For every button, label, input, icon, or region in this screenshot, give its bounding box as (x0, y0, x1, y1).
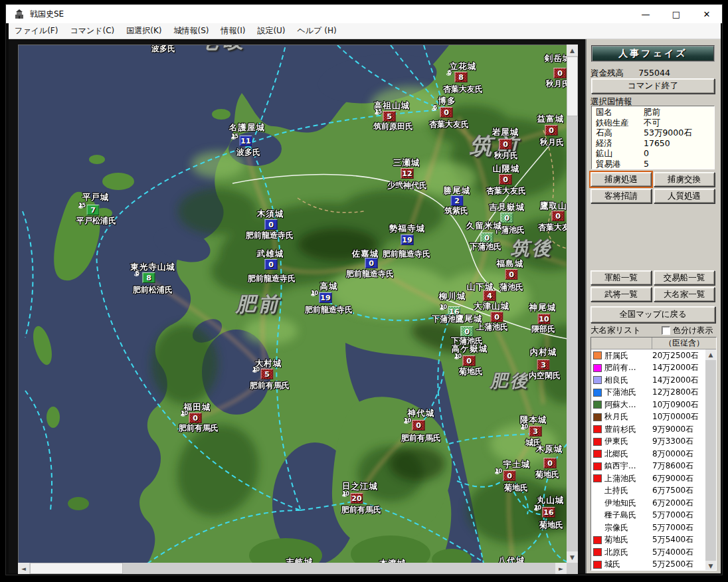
castle-garrison-badge[interactable]: 0 (463, 355, 476, 366)
menu-item-4[interactable]: 情報(I) (215, 23, 251, 39)
daimyo-row[interactable]: 下蒲池氏12万2800石 (591, 387, 716, 399)
map-viewport[interactable]: 筑前筑後肥前肥後壱岐立花城85杏葉大友氏博多05杏葉大友氏高祖山城515筑前原田… (18, 45, 567, 563)
daimyo-row[interactable]: 阿蘇大...10万0900石 (591, 399, 716, 411)
castle-clan-label: 菊地氏 (539, 520, 563, 531)
daimyo-row[interactable]: 上蒲池氏6万9000石 (591, 472, 716, 485)
castle-garrison-badge[interactable]: 0 (265, 259, 278, 270)
daimyo-row[interactable]: 伊東氏9万3300石 (591, 436, 716, 448)
daimyo-list-scrollbar[interactable]: ▲ ▼ (705, 349, 716, 571)
daimyo-list-button[interactable]: 大名家一覧 (654, 287, 715, 302)
castle-garrison-badge[interactable]: 19 (319, 292, 332, 303)
daimyo-color-swatch (593, 512, 602, 520)
daimyo-list[interactable]: （臣従含） 肝属氏20万2500石肥前有...14万2000石相良氏14万200… (591, 337, 717, 571)
daimyo-row[interactable]: 肥前有...14万2000石 (591, 362, 716, 375)
minimize-button[interactable]: — (630, 5, 661, 23)
prisoner-treatment-button[interactable]: 捕虜処遇 (591, 172, 652, 187)
prisoner-exchange-button[interactable]: 捕虜交換 (654, 172, 715, 187)
menu-item-0[interactable]: ファイル(F) (9, 23, 64, 39)
end-command-button[interactable]: コマンド終了 (591, 78, 715, 94)
daimyo-koku: 14万2000石 (652, 375, 699, 386)
castle-garrison-badge[interactable]: 0 (500, 174, 512, 185)
daimyo-row[interactable]: 肝属氏20万2500石 (591, 349, 716, 362)
back-to-national-map-button[interactable]: 全国マップに戻る (591, 306, 715, 323)
castle-garrison-badge[interactable]: 3 (537, 359, 550, 370)
daimyo-row[interactable]: 城氏5万2500石 (591, 559, 716, 571)
castle-garrison-badge[interactable]: 0 (554, 68, 567, 78)
hostage-treatment-button[interactable]: 人質処遇 (654, 189, 715, 203)
menu-item-5[interactable]: 設定(U) (251, 23, 291, 39)
vertical-scroll-thumb[interactable] (567, 56, 578, 116)
general-list-button[interactable]: 武将一覧 (591, 287, 652, 302)
daimyo-name: 下蒲池氏 (604, 387, 652, 398)
daimyo-row[interactable]: 北郷氏8万0000石 (591, 448, 716, 460)
castle-name-label: 神尾城 (529, 302, 557, 314)
daimyo-koku: 5万7000石 (652, 522, 693, 534)
horizontal-scroll-thumb[interactable] (30, 563, 123, 574)
daimyo-color-swatch (593, 376, 602, 384)
daimyo-koku: 6万9000石 (652, 473, 693, 484)
daimyo-row[interactable]: 北原氏5万4000石 (591, 546, 716, 559)
maximize-button[interactable]: □ (661, 5, 691, 23)
castle-garrison-badge[interactable]: 0 (440, 107, 453, 118)
daimyo-row[interactable]: 秋月氏10万0000石 (591, 411, 716, 424)
castle-garrison-badge[interactable]: 0 (503, 470, 516, 481)
daimyo-row[interactable]: 豊前杉氏9万9000石 (591, 423, 716, 436)
castle-garrison-badge[interactable]: 7 (87, 205, 100, 215)
menu-item-1[interactable]: コマンド(C) (64, 23, 120, 39)
castle-name-label: 宇土城 (503, 459, 531, 470)
castle-garrison-badge[interactable]: 0 (365, 258, 378, 268)
daimyo-name: 種子島氏 (604, 510, 652, 521)
daimyo-row[interactable]: 土持氏6万7500石 (591, 485, 716, 498)
castle-name-label: 福島城 (497, 258, 524, 270)
castle-garrison-badge[interactable]: 20 (351, 493, 363, 504)
color-display-checkbox[interactable] (662, 326, 670, 335)
daimyo-row[interactable]: 菊地氏5万5400石 (591, 534, 716, 547)
province-label: 肥後 (490, 369, 530, 393)
castle-clan-label: 下蒲池氏 (470, 241, 501, 252)
scroll-right-arrow[interactable]: ► (555, 563, 567, 574)
castle-garrison-badge[interactable]: 0 (265, 219, 278, 230)
window-title: 戦国史SE (30, 9, 64, 20)
daimyo-color-swatch (593, 561, 602, 569)
guest-general-invite-button[interactable]: 客将招請 (591, 189, 652, 203)
list-scroll-down-arrow[interactable]: ▼ (705, 561, 716, 571)
castle-garrison-badge[interactable]: 0 (544, 458, 557, 468)
daimyo-row[interactable]: 伊地知氏6万2000石 (591, 497, 716, 510)
castle-garrison-badge[interactable]: 8 (143, 272, 155, 283)
daimyo-row[interactable]: 鎮西宇...7万8600石 (591, 460, 716, 473)
castle-garrison-badge[interactable]: 0 (545, 125, 558, 136)
scroll-up-arrow[interactable]: ▲ (567, 45, 578, 56)
map-horizontal-scrollbar[interactable]: ◄ ► (18, 563, 567, 574)
castle-garrison-badge[interactable]: 0 (412, 420, 425, 431)
list-scroll-up-arrow[interactable]: ▲ (705, 349, 716, 360)
warship-list-button[interactable]: 軍船一覧 (591, 270, 652, 285)
castle-garrison-badge[interactable]: 0 (505, 269, 518, 280)
castle-garrison-badge[interactable]: 5 (261, 369, 274, 379)
castle-garrison-badge[interactable]: 12 (401, 168, 414, 179)
castle-name-label: 本渡城 (379, 558, 407, 563)
daimyo-name: 肝属氏 (604, 350, 652, 361)
daimyo-row[interactable]: 相良氏14万2000石 (591, 374, 716, 387)
daimyo-color-swatch (593, 364, 602, 372)
castle-garrison-badge[interactable]: 8 (455, 72, 468, 82)
castle-garrison-badge[interactable]: 19 (401, 235, 414, 245)
country-info-label: 石高 (596, 128, 644, 138)
scroll-down-arrow[interactable]: ▼ (567, 551, 578, 563)
menu-item-6[interactable]: ヘルプ (H) (292, 23, 343, 39)
close-button[interactable]: ✕ (691, 5, 722, 23)
castle-garrison-badge[interactable]: 0 (500, 139, 512, 149)
castle-garrison-badge[interactable]: 11 (240, 136, 252, 146)
castle-garrison-badge[interactable]: 3 (529, 426, 542, 436)
menu-item-3[interactable]: 城情報(S) (168, 23, 215, 39)
castle-garrison-badge[interactable]: 16 (543, 507, 555, 518)
map-vertical-scrollbar[interactable]: ▲ ▼ (567, 45, 578, 563)
menu-item-2[interactable]: 国選択(K) (120, 23, 167, 39)
castle-clan-label: 肥前有馬氏 (250, 380, 290, 391)
castle-garrison-badge[interactable]: 0 (501, 213, 513, 223)
scroll-left-arrow[interactable]: ◄ (18, 563, 29, 574)
trade-ship-list-button[interactable]: 交易船一覧 (654, 270, 715, 285)
daimyo-row[interactable]: 種子島氏5万7000石 (591, 510, 716, 522)
castle-garrison-badge[interactable]: 4 (484, 290, 496, 301)
daimyo-row[interactable]: 宗像氏5万7000石 (591, 522, 716, 534)
castle-garrison-badge[interactable]: 0 (552, 211, 565, 221)
